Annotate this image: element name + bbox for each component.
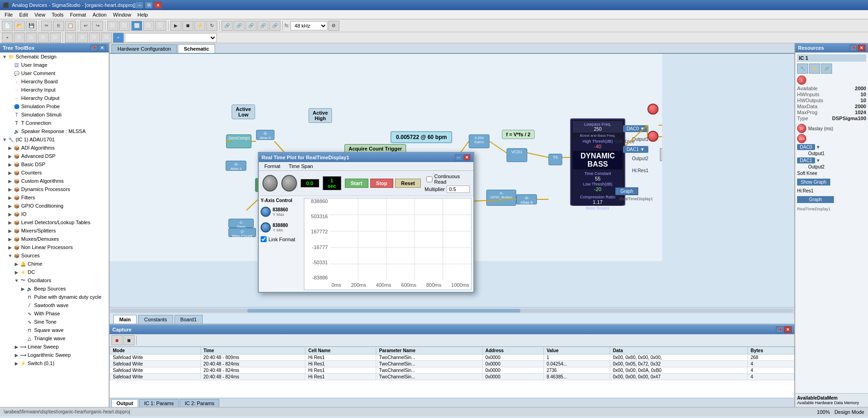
tb-btn8[interactable]: ▶	[170, 21, 181, 31]
tree-pin-btn[interactable]: 📌	[90, 45, 98, 51]
tree-item-beep[interactable]: ▶🔉Beep Sources	[0, 284, 109, 293]
tree-item-linear-sweep[interactable]: ▶⟿Linear Sweep	[0, 343, 109, 351]
tb-btn9[interactable]: ⏹	[182, 21, 193, 31]
tb2-btn2[interactable]: ⬜	[14, 33, 25, 43]
tree-item-io[interactable]: ▶📦IO	[0, 210, 109, 218]
freq-display[interactable]: 0.005722 @ 60 bpm	[390, 131, 452, 143]
tree-item-filters[interactable]: ▶📦Filters	[0, 193, 109, 202]
tree-item-simulation-stimuli[interactable]: T Simulation Stimuli	[0, 110, 109, 119]
tree-item-mixers[interactable]: ▶📦Mixers/Splitters	[0, 226, 109, 235]
tree-item-switch[interactable]: ▶⚡Switch (0,1)	[0, 359, 109, 367]
graph-res-btn[interactable]: Graph	[797, 196, 834, 203]
board-tab-board1[interactable]: Board1	[175, 315, 203, 324]
gpio-button-block[interactable]: -6-GPIO_Button	[486, 190, 516, 206]
tree-item-adi[interactable]: ▶📦ADI Algorithms	[0, 144, 109, 152]
show-graph-btn[interactable]: Show Graph	[660, 148, 662, 161]
tb-btn5[interactable]: ⬜	[131, 21, 142, 31]
tree-item-nonlinear[interactable]: ▶📦Non Linear Processors	[0, 243, 109, 251]
rtp-menu-timespan[interactable]: Time Span	[285, 163, 317, 169]
vcd1-block[interactable]: VCD1	[507, 148, 527, 162]
dac0-btn[interactable]: DAC0	[797, 144, 815, 150]
table-row[interactable]: Safeload Write20:40:48 - 809msHi Res1Two…	[110, 354, 794, 361]
settings-btn[interactable]: ⚙	[328, 21, 339, 31]
tb-btn7[interactable]: ⬜	[155, 21, 166, 31]
tree-item-counters[interactable]: ▶📦Counters	[0, 168, 109, 177]
capture-close-btn[interactable]: ✕	[784, 326, 792, 333]
board-tab-constants[interactable]: Constants	[138, 315, 173, 324]
rtp-close-btn[interactable]: ✕	[463, 154, 471, 161]
redo-btn[interactable]: ↪	[92, 21, 103, 31]
tree-item-log-sweep[interactable]: ▶⟿Logarithmic Sweep	[0, 351, 109, 359]
tb2-btn4[interactable]: ⬜	[38, 33, 49, 43]
tb-btn12[interactable]: 🔗	[221, 21, 233, 31]
save-btn[interactable]: 💾	[26, 21, 37, 31]
continuous-read-checkbox[interactable]	[426, 176, 432, 182]
capture-stop-btn[interactable]: ⏹	[123, 335, 134, 345]
knob-1[interactable]: 1	[797, 75, 806, 85]
res-pin-btn[interactable]: 📌	[850, 45, 857, 51]
res-close-btn[interactable]: ✕	[858, 45, 865, 51]
tb2-btn8[interactable]: ⬜	[89, 33, 100, 43]
tab-schematic[interactable]: Schematic	[178, 44, 215, 53]
out-tab-ic1[interactable]: IC 1: Params	[139, 399, 179, 407]
tree-item-hierarchy-input[interactable]: → Hierarchy Input	[0, 86, 109, 94]
scroll-thumb-h[interactable]	[247, 309, 520, 313]
rtp-knob-2[interactable]	[281, 175, 297, 192]
tree-item-simulation-probe[interactable]: 🔵 Simulation Probe	[0, 102, 109, 110]
t5-block[interactable]: T5	[548, 154, 562, 165]
tree-item-hierarchy-output[interactable]: ← Hierarchy Output	[0, 94, 109, 102]
zerocomp1-block[interactable]: ZeroComp1	[226, 134, 251, 148]
tree-item-sine[interactable]: ∿Sine Tone	[0, 318, 109, 326]
tb2-btn10[interactable]: +	[113, 33, 124, 43]
maxcount4-block[interactable]: -2-Max-Count	[228, 228, 256, 237]
capture-record-btn[interactable]: ⏺	[111, 335, 122, 345]
tree-item-ic1[interactable]: ▼ 🔧 (IC 1) ADAU1701	[0, 135, 109, 144]
tb-btn4[interactable]: ⬜	[119, 21, 130, 31]
rtp-minimize-btn[interactable]: ─	[455, 154, 462, 161]
out-tab-output[interactable]: Output	[111, 399, 138, 407]
tb2-btn3[interactable]: ⬜	[26, 33, 37, 43]
tree-item-sources[interactable]: ▼📦Sources	[0, 251, 109, 260]
rtp-start-btn[interactable]: Start	[345, 179, 368, 188]
rtp-knob-1[interactable]	[262, 175, 278, 192]
toggle-icon[interactable]: ▼	[2, 54, 7, 59]
zero2-block[interactable]: -1-Zero	[228, 219, 254, 228]
new-btn[interactable]: 📄	[2, 21, 13, 31]
tree-item-square[interactable]: ⊓Square wave	[0, 326, 109, 334]
dac1-dropdown[interactable]: DAC1 ▼	[623, 146, 648, 153]
menu-action[interactable]: Action	[90, 11, 110, 18]
tree-item-user-image[interactable]: 🖼 User Image	[0, 61, 109, 69]
board-tab-main[interactable]: Main	[113, 315, 137, 324]
ic-icon-2[interactable]: ⚡	[809, 64, 820, 74]
rtp-menu-format[interactable]: Format	[261, 163, 284, 169]
capture-pin-btn[interactable]: 📌	[776, 326, 783, 333]
tab-hardware-config[interactable]: Hardware Configuration	[111, 44, 177, 53]
show-graph-res-btn[interactable]: Show Graph	[797, 179, 830, 186]
res-knob-top[interactable]	[647, 104, 658, 115]
tree-item-t-connection[interactable]: T T Connection	[0, 119, 109, 127]
tb-btn11[interactable]: ↻	[206, 21, 217, 31]
tree-item-dc[interactable]: ▶⚡DC	[0, 268, 109, 276]
minimize-btn[interactable]: ─	[135, 1, 144, 9]
alias9-block[interactable]: -9- Alias 9	[226, 161, 246, 171]
tree-item-oscillators[interactable]: ▼〜Oscillators	[0, 276, 109, 284]
menu-edit[interactable]: Edit	[17, 11, 31, 18]
copy-btn[interactable]: ⎘	[53, 21, 64, 31]
tree-item-pulse[interactable]: ⊓Pulse with dynamic duty cycle	[0, 293, 109, 301]
alias8-block[interactable]: -9- Alias 8	[256, 130, 274, 140]
alias6-block[interactable]: -9-Alias 6	[516, 194, 537, 204]
tree-item-advanced-dsp[interactable]: ▶📦Advanced DSP	[0, 152, 109, 160]
tree-item-user-comment[interactable]: 💬 User Comment	[0, 69, 109, 77]
tree-item-triangle[interactable]: △Triangle wave	[0, 334, 109, 343]
restore-btn[interactable]: ⧉	[145, 1, 153, 9]
cut-btn[interactable]: ✂	[41, 21, 52, 31]
tree-close-btn[interactable]: ✕	[99, 45, 106, 51]
gain1-block[interactable]: 3.204Gain1	[469, 134, 489, 148]
tree-item-chime[interactable]: ▶🔔Chime	[0, 260, 109, 268]
tree-item-muxes[interactable]: ▶📦Muxes/Demuxes	[0, 235, 109, 243]
knob-3[interactable]: 223	[797, 134, 806, 143]
freq-select[interactable]: 48 kHz 96 kHz	[291, 21, 327, 30]
tree-item-dynamics[interactable]: ▶📦Dynamics Processors	[0, 185, 109, 193]
open-btn[interactable]: 📂	[14, 21, 25, 31]
tree-item-basic-dsp[interactable]: ▶📦Basic DSP	[0, 160, 109, 168]
